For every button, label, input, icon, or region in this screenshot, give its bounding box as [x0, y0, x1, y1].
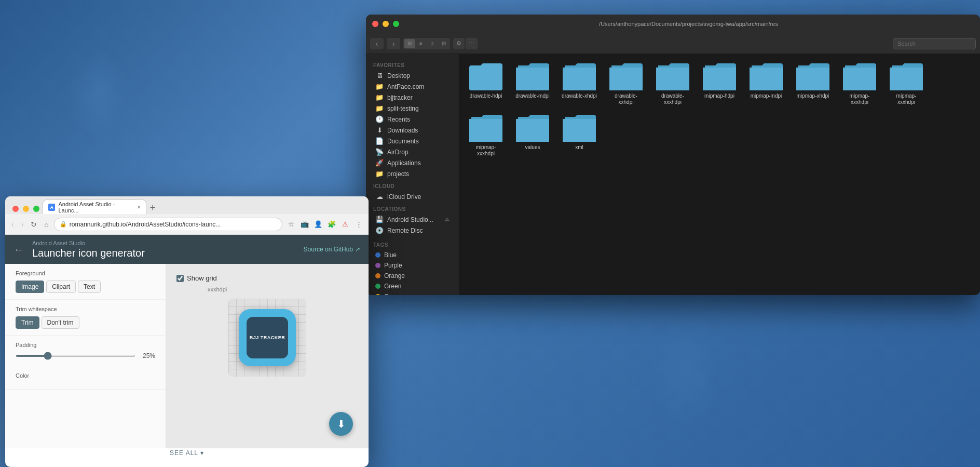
tab-favicon: A: [48, 204, 55, 211]
finder-window: /Users/anthonypace/Documents/projects/sv…: [366, 15, 980, 295]
sidebar-item-label: projects: [387, 170, 409, 178]
folder-label: mipmap-xxxhdpi: [841, 93, 878, 105]
view-buttons: ⊞ ≡ ⫴ ⊟: [403, 38, 450, 49]
sidebar-item-airdrop[interactable]: 📡 AirDrop: [368, 146, 457, 157]
yellow-dot: [375, 294, 380, 295]
app-main: Foreground Image Clipart Text Trim white…: [5, 264, 369, 448]
bookmark-button[interactable]: ☆: [285, 219, 297, 230]
padding-label: Padding: [16, 342, 155, 348]
folder-item-drawable-xxhdpi[interactable]: drawable-xxhdpi: [608, 62, 644, 105]
dont-trim-button[interactable]: Don't trim: [42, 316, 79, 329]
folder-grid-row2: mipmap-xxxhdpi values: [468, 114, 972, 157]
browser-home-button[interactable]: ⌂: [42, 219, 50, 230]
padding-slider[interactable]: [16, 355, 135, 357]
svg-rect-10: [516, 119, 549, 142]
sidebar-item-antpace[interactable]: 📁 AntPace.com: [368, 81, 457, 92]
folder-item-mipmap-xxxhdpi-3[interactable]: mipmap-xxxhdpi: [468, 114, 504, 157]
folder-label: mipmap-hdpi: [704, 93, 734, 99]
download-fab-button[interactable]: ⬇: [329, 412, 353, 436]
browser-back-button[interactable]: ‹: [9, 219, 16, 230]
sidebar-item-tag-yellow[interactable]: Green: [368, 291, 457, 295]
trim-section: Trim whitespace Trim Don't trim: [5, 300, 166, 336]
sidebar-item-desktop[interactable]: 🖥 Desktop: [368, 70, 457, 81]
sidebar-item-remote-disc[interactable]: 💿 Remote Disc: [368, 225, 457, 236]
trim-button[interactable]: Trim: [16, 316, 39, 329]
icon-view-button[interactable]: ⊞: [404, 39, 415, 48]
folder-item-mipmap-mdpi[interactable]: mipmap-mdpi: [748, 62, 784, 105]
browser-close-button[interactable]: [12, 206, 19, 212]
sidebar-item-icloud-drive[interactable]: ☁ iCloud Drive: [368, 191, 457, 202]
folder-label: drawable-mdpi: [515, 93, 550, 99]
tab-close-button[interactable]: ×: [137, 204, 141, 211]
eject-icon[interactable]: ⏏: [444, 216, 450, 223]
airdrop-icon: 📡: [375, 148, 384, 156]
tab-favicon-letter: A: [50, 205, 53, 210]
folder-item-mipmap-xhdpi[interactable]: mipmap-xhdpi: [795, 62, 831, 105]
folder-item-xml[interactable]: xml: [561, 114, 597, 157]
foreground-image-button[interactable]: Image: [16, 281, 44, 293]
minimize-button[interactable]: [383, 21, 389, 27]
sidebar-item-tag-blue[interactable]: Blue: [368, 250, 457, 260]
sidebar-item-split-testing[interactable]: 📁 split-testing: [368, 103, 457, 114]
browser-refresh-button[interactable]: ↻: [29, 219, 39, 230]
disc-icon: 💿: [375, 226, 384, 234]
new-tab-button[interactable]: +: [146, 202, 159, 214]
folder-item-values[interactable]: values: [514, 114, 551, 157]
recents-icon: 🕐: [375, 115, 384, 123]
trim-label: Trim whitespace: [16, 306, 155, 312]
extensions-button[interactable]: 🧩: [326, 219, 337, 230]
folder-item-mipmap-xxxhdpi2[interactable]: mipmap-xxxhdpi: [888, 62, 924, 105]
foreground-clipart-button[interactable]: Clipart: [46, 281, 76, 293]
external-link-icon: ↗: [355, 246, 360, 253]
search-input[interactable]: [893, 38, 976, 49]
sidebar-item-recents[interactable]: 🕐 Recents: [368, 114, 457, 125]
forward-button[interactable]: ›: [387, 38, 400, 49]
action-button[interactable]: ⋯: [466, 38, 478, 49]
sidebar-item-bjjtracker[interactable]: 📁 bjjtracker: [368, 92, 457, 103]
folder-item-drawable-hdpi[interactable]: drawable-hdpi: [468, 62, 504, 105]
app-header: ← Android Asset Studio Launcher icon gen…: [5, 235, 369, 264]
folder-icon-mipmap-mdpi: [750, 62, 783, 90]
sidebar-item-label: Android Studio...: [387, 216, 433, 223]
folder-item-drawable-xxxhdpi[interactable]: drawable-xxxhdpi: [655, 62, 691, 105]
list-view-button[interactable]: ≡: [416, 39, 426, 48]
sidebar-item-label: AirDrop: [387, 149, 409, 156]
sidebar-item-label: Documents: [387, 138, 419, 145]
share-button[interactable]: ⚙: [453, 38, 465, 49]
orange-dot: [375, 273, 380, 278]
sidebar-item-projects[interactable]: 📁 projects: [368, 168, 457, 179]
cast-button[interactable]: 📺: [299, 219, 310, 230]
sidebar-item-android-studio[interactable]: 💾 Android Studio... ⏏: [368, 214, 457, 225]
column-view-button[interactable]: ⫴: [427, 39, 438, 48]
profile-button[interactable]: 👤: [312, 219, 324, 230]
maximize-button[interactable]: [393, 21, 399, 27]
app-back-button[interactable]: ←: [13, 244, 24, 256]
sidebar-item-tag-green[interactable]: Green: [368, 281, 457, 291]
folder-item-drawable-mdpi[interactable]: drawable-mdpi: [514, 62, 551, 105]
folder-item-mipmap-hdpi[interactable]: mipmap-hdpi: [701, 62, 738, 105]
source-on-github-link[interactable]: Source on GitHub ↗: [304, 246, 360, 253]
folder-item-drawable-xhdpi[interactable]: drawable-xhdpi: [561, 62, 597, 105]
sidebar-item-applications[interactable]: 🚀 Applications: [368, 157, 457, 168]
sidebar-item-downloads[interactable]: ⬇ Downloads: [368, 125, 457, 136]
gallery-view-button[interactable]: ⊟: [439, 39, 449, 48]
show-grid-checkbox[interactable]: [176, 275, 184, 282]
sidebar-item-tag-orange[interactable]: Orange: [368, 271, 457, 281]
sidebar-item-label: iCloud Drive: [387, 193, 421, 201]
app-icon-preview: BJJ TRACKER: [239, 309, 296, 366]
warning-button[interactable]: ⚠: [339, 219, 351, 230]
browser-active-tab[interactable]: A Android Asset Studio - Launc... ×: [43, 199, 146, 214]
folder-label: drawable-xxhdpi: [608, 93, 644, 105]
browser-url-bar[interactable]: 🔒 romannurik.github.io/AndroidAssetStudi…: [54, 218, 282, 231]
back-button[interactable]: ‹: [370, 38, 384, 49]
browser-maximize-button[interactable]: [33, 206, 39, 212]
settings-button[interactable]: ⋮: [353, 219, 364, 230]
folder-icon-values: [516, 114, 549, 142]
sidebar-item-tag-purple[interactable]: Purple: [368, 260, 457, 271]
close-button[interactable]: [372, 21, 378, 27]
browser-minimize-button[interactable]: [23, 206, 29, 212]
foreground-text-button[interactable]: Text: [78, 281, 101, 293]
sidebar-item-documents[interactable]: 📄 Documents: [368, 136, 457, 146]
browser-forward-button[interactable]: ›: [19, 219, 26, 230]
folder-item-mipmap-xxxhdpi[interactable]: mipmap-xxxhdpi: [841, 62, 878, 105]
